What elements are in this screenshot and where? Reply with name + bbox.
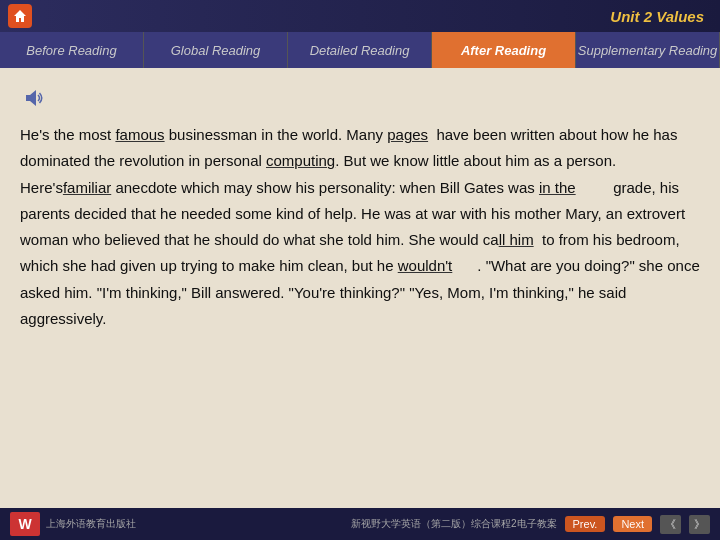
word-wouldnt: wouldn't (398, 257, 453, 274)
publisher-text: 上海外语教育出版社 (46, 517, 136, 531)
unit-title: Unit 2 Values (610, 8, 704, 25)
nav-tabs: Before Reading Global Reading Detailed R… (0, 32, 720, 68)
content-header (20, 84, 700, 112)
main-content: He's the most famous businessman in the … (0, 68, 720, 508)
word-llhim: ll him (499, 231, 534, 248)
home-button[interactable] (8, 4, 32, 28)
word-pages: pages (387, 126, 428, 143)
word-inthe: in the (539, 179, 576, 196)
arr-left-button[interactable]: 《 (660, 515, 681, 534)
tab-before-reading[interactable]: Before Reading (0, 32, 144, 68)
word-familiar: familiar (63, 179, 111, 196)
bottom-right: 新视野大学英语（第二版）综合课程2电子教案 Prev. Next 《 》 (351, 515, 710, 534)
bottom-bar: W 上海外语教育出版社 新视野大学英语（第二版）综合课程2电子教案 Prev. … (0, 508, 720, 540)
speaker-icon[interactable] (20, 84, 48, 112)
arr-right-button[interactable]: 》 (689, 515, 710, 534)
content-paragraph: He's the most famous businessman in the … (20, 122, 700, 332)
tab-supplementary-reading[interactable]: Supplementary Reading (576, 32, 720, 68)
top-bar: Unit 2 Values (0, 0, 720, 32)
next-button[interactable]: Next (613, 516, 652, 532)
svg-marker-0 (14, 10, 26, 22)
svg-marker-1 (26, 90, 36, 106)
prev-button[interactable]: Prev. (565, 516, 606, 532)
bottom-left: W 上海外语教育出版社 (10, 512, 136, 536)
word-computing: computing (266, 152, 335, 169)
top-bar-left (0, 4, 610, 28)
tab-global-reading[interactable]: Global Reading (144, 32, 288, 68)
w-logo: W (10, 512, 40, 536)
word-famous: famous (115, 126, 164, 143)
tab-after-reading[interactable]: After Reading (432, 32, 576, 68)
course-info: 新视野大学英语（第二版）综合课程2电子教案 (351, 517, 557, 531)
tab-detailed-reading[interactable]: Detailed Reading (288, 32, 432, 68)
